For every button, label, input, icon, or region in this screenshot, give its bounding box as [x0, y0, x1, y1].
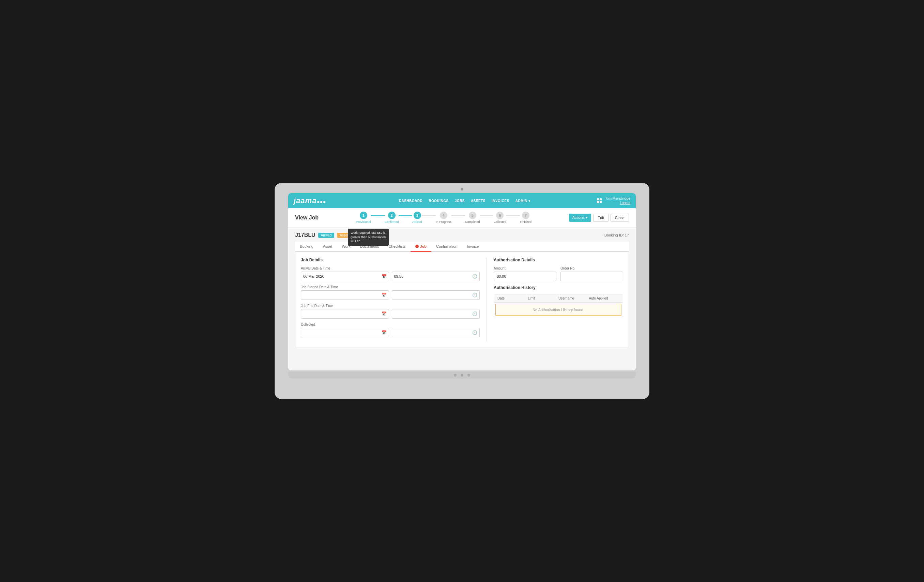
logout-link[interactable]: Logout: [605, 201, 630, 205]
user-name: Tom Mansbridge: [605, 196, 630, 201]
clock-icon-started: 🕐: [472, 293, 477, 297]
auth-col-date: Date: [497, 297, 528, 300]
collected-date-input[interactable]: 📅: [301, 328, 389, 337]
auth-history-table: Date Limit Username Auto Applied No Auth…: [494, 294, 623, 317]
step-line-3: [422, 215, 436, 216]
tab-asset[interactable]: Asset: [318, 242, 337, 252]
step-finished: 7 Finished: [520, 212, 531, 224]
auth-history-header: Date Limit Username Auto Applied: [494, 294, 623, 303]
job-started-date-input[interactable]: 📅: [301, 290, 389, 300]
sub-header: View Job 1 Provisional 2 Confirmed 3 Arr…: [288, 208, 636, 227]
step-label-3: Arrived: [412, 220, 422, 224]
auth-amount-label: Amount: [494, 267, 556, 270]
step-circle-4: 4: [440, 212, 447, 219]
step-collected: 6 Collected: [493, 212, 506, 224]
step-in-progress: 4 In Progress: [436, 212, 451, 224]
logo: jaama: [294, 196, 325, 205]
arrival-time-input[interactable]: 09:55 🕐: [392, 272, 480, 281]
calendar-icon-started: 📅: [381, 293, 387, 297]
panel-divider: [487, 257, 487, 341]
job-end-time-input[interactable]: 🕐: [392, 309, 480, 318]
nav-bookings[interactable]: BOOKINGS: [429, 199, 448, 203]
job-header: J17BLU Arrived Asset Active Work require…: [295, 232, 629, 238]
auth-col-auto: Auto Applied: [589, 297, 620, 300]
auth-order-field: Order No.: [561, 267, 623, 281]
step-label-6: Collected: [493, 220, 506, 224]
tab-job[interactable]: Job: [411, 242, 432, 252]
nav-admin[interactable]: ADMIN ▾: [515, 199, 530, 203]
nav-dashboard[interactable]: DASHBOARD: [399, 199, 423, 203]
base-dot-2: [460, 374, 464, 376]
job-details-title: Job Details: [301, 257, 480, 262]
auth-col-username: Username: [558, 297, 589, 300]
calendar-icon-collected: 📅: [381, 330, 387, 335]
job-started-label: Job Started Date & Time: [301, 285, 480, 289]
nav-links: DASHBOARD BOOKINGS JOBS ASSETS INVOICES …: [332, 199, 597, 203]
main-content: Job Details Arrival Date & Time 06 Mar 2…: [295, 252, 629, 347]
edit-button[interactable]: Edit: [593, 214, 609, 222]
step-line-1: [371, 215, 384, 216]
step-line-4: [451, 215, 465, 216]
nav-invoices[interactable]: INVOICES: [492, 199, 509, 203]
step-label-2: Confirmed: [384, 220, 399, 224]
tab-confirmation[interactable]: Confirmation: [431, 242, 462, 252]
calendar-icon-arrival: 📅: [381, 274, 387, 279]
tabs-row: Booking Asset Work Documents Checklists …: [295, 242, 629, 252]
base-dot-1: [454, 374, 457, 376]
step-arrived: 3 Arrived: [412, 212, 422, 224]
collected-time-input[interactable]: 🕐: [392, 328, 480, 337]
job-details-panel: Job Details Arrival Date & Time 06 Mar 2…: [301, 257, 480, 341]
collected-label: Collected: [301, 323, 480, 326]
job-end-date-input[interactable]: 📅: [301, 309, 389, 318]
page-title: View Job: [295, 215, 318, 221]
auth-col-limit: Limit: [528, 297, 559, 300]
step-label-4: In Progress: [436, 220, 451, 224]
step-circle-7: 7: [522, 212, 530, 219]
actions-button[interactable]: Actions ▾: [569, 214, 591, 222]
stepper: 1 Provisional 2 Confirmed 3 Arrived 4 In…: [356, 212, 531, 224]
arrival-date-input[interactable]: 06 Mar 2020 📅: [301, 272, 389, 281]
step-circle-6: 6: [496, 212, 503, 219]
nav-right: Tom Mansbridge Logout: [597, 196, 630, 205]
nav-assets[interactable]: ASSETS: [471, 199, 485, 203]
job-end-label: Job End Date & Time: [301, 304, 480, 308]
tooltip: Work required total £50 is greater than …: [348, 229, 389, 246]
user-info: Tom Mansbridge Logout: [605, 196, 630, 205]
auth-empty-message: No Authorisation History found.: [495, 304, 622, 315]
tab-job-error-icon: [415, 245, 419, 248]
logo-text: jaama: [294, 196, 317, 205]
clock-icon-end: 🕐: [472, 312, 477, 316]
nav-jobs[interactable]: JOBS: [455, 199, 465, 203]
arrival-date-label: Arrival Date & Time: [301, 267, 480, 270]
step-circle-3: 3: [414, 212, 421, 219]
arrival-date-value: 06 Mar 2020: [303, 274, 381, 279]
step-circle-1: 1: [360, 212, 367, 219]
step-line-2: [399, 215, 412, 216]
auth-amount-row: Amount Order No.: [494, 267, 623, 281]
tab-booking[interactable]: Booking: [295, 242, 318, 252]
collected-row: Collected 📅 🕐: [301, 323, 480, 337]
tab-invoice[interactable]: Invoice: [462, 242, 483, 252]
base-dot-3: [467, 374, 470, 376]
job-end-row: Job End Date & Time 📅 🕐: [301, 304, 480, 318]
job-started-row: Job Started Date & Time 📅 🕐: [301, 285, 480, 300]
top-navigation: jaama DASHBOARD BOOKINGS JOBS ASSETS INV…: [288, 193, 636, 208]
step-label-1: Provisional: [356, 220, 371, 224]
auth-amount-input[interactable]: [494, 272, 556, 281]
job-started-time-input[interactable]: 🕐: [392, 290, 480, 300]
step-confirmed: 2 Confirmed: [384, 212, 399, 224]
auth-history-title: Authorisation History: [494, 285, 623, 290]
badge-arrived: Arrived: [318, 233, 335, 238]
tab-job-label: Job: [420, 244, 427, 248]
step-label-5: Completed: [465, 220, 480, 224]
header-buttons: Actions ▾ Edit Close: [569, 214, 629, 222]
step-circle-5: 5: [469, 212, 476, 219]
auth-details-panel: Authorisation Details Amount Order No. A…: [494, 257, 623, 341]
step-circle-2: 2: [388, 212, 396, 219]
grid-icon[interactable]: [597, 198, 602, 203]
close-button[interactable]: Close: [610, 214, 629, 222]
auth-order-input[interactable]: [561, 272, 623, 281]
clock-icon-arrival: 🕐: [472, 274, 477, 279]
auth-details-title: Authorisation Details: [494, 257, 623, 262]
step-line-6: [506, 215, 520, 216]
